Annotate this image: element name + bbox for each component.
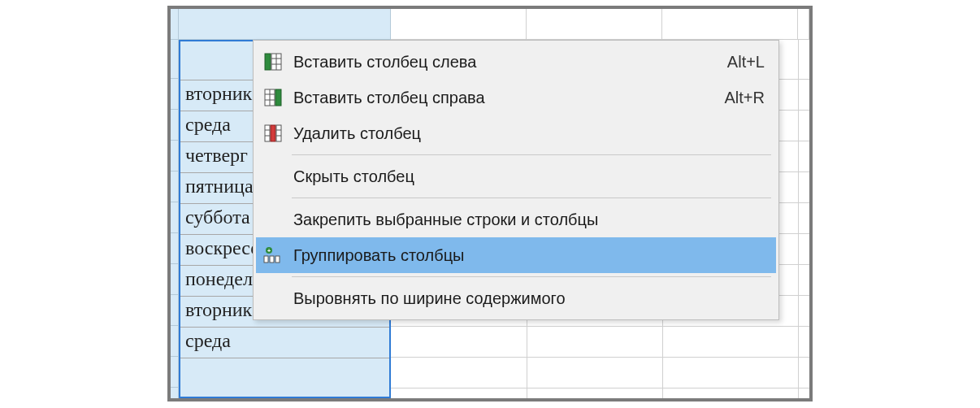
menu-label: Удалить столбец <box>285 124 765 143</box>
svg-rect-10 <box>265 125 270 141</box>
menu-label: Группировать столбцы <box>285 246 770 265</box>
menu-group-columns[interactable]: + Группировать столбцы <box>256 237 776 273</box>
column-header-C[interactable] <box>527 9 662 40</box>
row-header[interactable] <box>171 110 178 141</box>
menu-label: Выровнять по ширине содержимого <box>285 289 770 308</box>
column-header-B[interactable] <box>391 9 527 40</box>
row-header[interactable] <box>171 388 178 401</box>
menu-insert-column-right[interactable]: Вставить столбец справа Alt+R <box>256 80 776 115</box>
insert-col-right-icon <box>261 89 285 106</box>
menu-shortcut: Alt+R <box>725 89 770 107</box>
select-all-corner[interactable] <box>171 9 179 40</box>
menu-separator <box>292 197 771 198</box>
menu-label: Скрыть столбец <box>285 167 770 186</box>
delete-col-icon <box>261 124 285 142</box>
svg-rect-11 <box>271 125 275 141</box>
menu-separator <box>292 154 771 155</box>
column-context-menu: Вставить столбец слева Alt+L Вставить ст… <box>253 40 779 320</box>
menu-autofit-column-width[interactable]: Выровнять по ширине содержимого <box>256 280 776 316</box>
menu-hide-column[interactable]: Скрыть столбец <box>256 158 776 194</box>
svg-rect-9 <box>275 89 281 106</box>
cell[interactable]: среда <box>180 328 389 358</box>
insert-col-left-icon <box>261 53 285 71</box>
svg-text:+: + <box>267 248 271 254</box>
svg-rect-0 <box>265 54 271 70</box>
row-header[interactable] <box>171 326 178 357</box>
row-header[interactable] <box>171 202 178 233</box>
menu-insert-column-left[interactable]: Вставить столбец слева Alt+L <box>256 44 776 80</box>
row-header[interactable] <box>171 141 178 171</box>
menu-shortcut: Alt+L <box>727 53 770 72</box>
spreadsheet-frame: вторник среда четверг пятница суббота во… <box>167 6 813 401</box>
svg-rect-19 <box>264 256 268 263</box>
menu-freeze-rows-columns[interactable]: Закрепить выбранные строки и столбцы <box>256 202 776 237</box>
row-header[interactable] <box>171 40 178 79</box>
row-header[interactable] <box>171 357 178 388</box>
row-header[interactable] <box>171 79 178 110</box>
svg-rect-12 <box>276 125 281 141</box>
group-cols-icon: + <box>261 247 285 263</box>
menu-label: Вставить столбец справа <box>285 89 725 107</box>
row-headers-column <box>171 40 179 398</box>
column-header-E[interactable] <box>798 9 809 40</box>
menu-separator <box>292 276 771 277</box>
menu-delete-column[interactable]: Удалить столбец <box>256 115 776 151</box>
column-header-D[interactable] <box>662 9 798 40</box>
svg-rect-20 <box>270 256 274 263</box>
row-header[interactable] <box>171 171 178 202</box>
menu-label: Закрепить выбранные строки и столбцы <box>285 211 770 229</box>
column-header-A[interactable] <box>179 9 391 40</box>
svg-rect-21 <box>275 256 280 263</box>
row-header[interactable] <box>171 295 178 326</box>
menu-label: Вставить столбец слева <box>285 53 727 72</box>
column-headers-row <box>171 9 809 40</box>
row-header[interactable] <box>171 233 178 264</box>
row-header[interactable] <box>171 264 178 295</box>
